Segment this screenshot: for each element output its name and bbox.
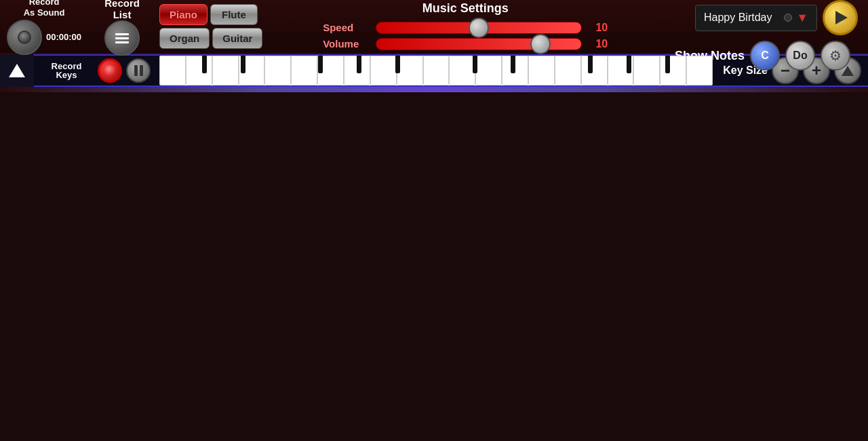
volume-slider-track[interactable] — [376, 38, 582, 50]
mini-white-key — [528, 56, 555, 85]
mini-keyboard — [159, 56, 713, 85]
mini-white-key — [317, 56, 344, 85]
mini-white-key — [186, 56, 212, 85]
mini-white-key — [555, 56, 581, 85]
play-triangle-icon — [835, 11, 848, 24]
record-list-section: Record List — [88, 0, 156, 56]
top-bar: Record As Sound 00:00:00 Record List Pia… — [0, 0, 868, 54]
record-keys-record-button[interactable] — [98, 58, 122, 83]
record-keys-controls: Record Keys — [34, 58, 156, 83]
music-settings-title: Music Settings — [422, 1, 509, 16]
speed-slider-row: Speed 10 — [323, 22, 608, 34]
mini-white-key — [449, 56, 475, 85]
rk-scroll-up-button[interactable] — [0, 54, 34, 87]
organ-button[interactable]: Organ — [159, 28, 210, 49]
note-wheel-button[interactable]: ⚙ — [821, 41, 850, 71]
mini-white-key — [660, 56, 686, 85]
mini-white-key — [291, 56, 317, 85]
record-list-label: Record List — [104, 0, 140, 20]
mini-white-key — [239, 56, 265, 85]
mini-white-key — [264, 56, 291, 85]
dot-indicator — [784, 14, 792, 22]
volume-value: 10 — [587, 38, 608, 50]
music-control-row: Happy Birtday ▼ — [695, 0, 858, 35]
mini-white-key — [159, 56, 186, 85]
mini-white-key — [397, 56, 423, 85]
speed-value: 10 — [587, 22, 608, 34]
mini-white-key — [423, 56, 450, 85]
record-as-sound-section: Record As Sound 00:00:00 — [0, 0, 88, 56]
speed-slider-knob[interactable] — [469, 18, 489, 38]
mini-white-key — [686, 56, 713, 85]
mini-white-key — [633, 56, 660, 85]
music-settings-section: Music Settings Speed 10 Volume 10 — [266, 0, 665, 56]
speed-label: Speed — [323, 22, 370, 33]
record-btn-inner — [18, 31, 31, 44]
scroll-up-icon — [9, 64, 25, 77]
pause-bar-left — [134, 65, 138, 76]
list-icon — [115, 33, 129, 43]
volume-slider-row: Volume 10 — [323, 38, 608, 50]
instrument-row-1: Piano Flute — [159, 4, 262, 25]
mini-white-key — [212, 56, 239, 85]
piano-scroll-bar — [0, 87, 868, 92]
play-button[interactable] — [823, 0, 858, 35]
mini-white-key — [581, 56, 608, 85]
song-selector[interactable]: Happy Birtday ▼ — [695, 5, 817, 31]
speed-slider-track[interactable] — [376, 22, 582, 34]
volume-label: Volume — [323, 38, 370, 50]
flute-button[interactable]: Flute — [210, 4, 258, 25]
record-keys-record-inner — [104, 65, 115, 76]
record-sound-button[interactable] — [7, 20, 42, 55]
pause-bar-right — [140, 65, 143, 76]
song-name: Happy Birtday — [704, 12, 772, 24]
mini-white-key — [502, 56, 528, 85]
mini-white-key — [608, 56, 634, 85]
mini-white-key — [370, 56, 397, 85]
timer-display: 00:00:00 — [46, 32, 81, 42]
record-keys-pause-button[interactable] — [126, 58, 151, 83]
mini-white-key — [475, 56, 502, 85]
instruments-section: Piano Flute Organ Guitar — [159, 4, 262, 49]
piano-button[interactable]: Piano — [159, 4, 208, 25]
note-c-button[interactable]: C — [750, 41, 780, 71]
mini-white-key — [344, 56, 370, 85]
piano-section: Fa3 Sol3 La3 Si3 Do4 — [0, 87, 868, 92]
record-keys-label-section: Record Keys — [39, 62, 94, 79]
note-do-button[interactable]: Do — [785, 41, 815, 71]
record-keys-line2: Keys — [56, 71, 77, 79]
record-list-button[interactable] — [104, 20, 140, 56]
chevron-down-icon: ▼ — [796, 11, 808, 25]
instrument-row-2: Organ Guitar — [159, 28, 262, 49]
record-as-sound-label: Record As Sound — [24, 0, 65, 18]
guitar-button[interactable]: Guitar — [212, 28, 262, 49]
volume-slider-knob[interactable] — [530, 34, 551, 54]
